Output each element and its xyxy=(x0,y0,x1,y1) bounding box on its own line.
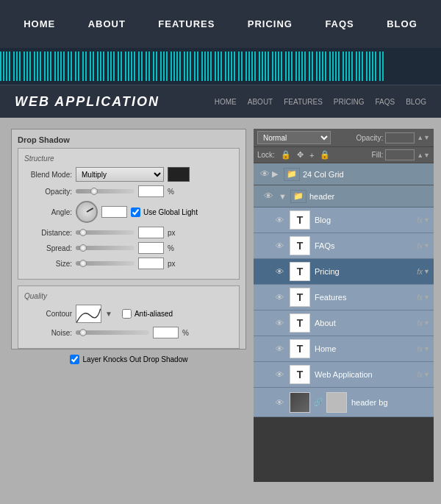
size-label: Size: xyxy=(24,260,72,268)
layer-item-features[interactable]: 👁 T Features fx ▼ xyxy=(254,285,434,310)
opacity-label-layers: Opacity: xyxy=(356,134,383,142)
distance-label: Distance: xyxy=(24,229,72,237)
header-nav-home[interactable]: HOME xyxy=(215,98,237,106)
nav-about[interactable]: ABOUT xyxy=(88,18,126,29)
size-slider[interactable] xyxy=(76,261,135,266)
angle-dial[interactable] xyxy=(76,201,98,223)
noise-slider[interactable] xyxy=(76,330,149,335)
global-light-label: Use Global Light xyxy=(143,208,198,216)
layers-blend-select[interactable]: Normal xyxy=(257,131,331,144)
global-light-checkbox[interactable] xyxy=(131,207,140,217)
layer-group-header[interactable]: 👁 ▼ 📁 header xyxy=(254,185,434,207)
distance-slider-thumb xyxy=(79,229,87,236)
eye-icon-faqs[interactable]: 👁 xyxy=(272,241,287,250)
blend-mode-select[interactable]: Multiply xyxy=(76,167,164,182)
chain-icon-headerbg: 🔗 xyxy=(313,397,323,407)
lock-label: Lock: xyxy=(257,151,275,159)
opacity-input[interactable]: 20 xyxy=(138,185,164,197)
decorative-stripes xyxy=(0,48,441,85)
distance-input[interactable]: 1 xyxy=(138,227,164,238)
header-nav-pricing[interactable]: PRICING xyxy=(334,98,365,106)
opacity-label: Opacity: xyxy=(24,188,72,196)
layer-item-pricing[interactable]: 👁 T Pricing fx ▼ xyxy=(254,259,434,285)
group-arrow-header[interactable]: ▼ xyxy=(279,192,290,201)
angle-input[interactable]: 120 xyxy=(101,206,127,218)
fx-text-about: fx xyxy=(417,319,423,327)
layers-lock-bar: Lock: 🔒 ✥ + 🔒 Fill: 100% ▲▼ xyxy=(254,147,434,163)
spread-slider[interactable] xyxy=(76,246,135,250)
t-icon-blog: T xyxy=(290,210,310,230)
fx-arrow-home: ▼ xyxy=(423,345,430,352)
layers-panel: Normal Opacity: 100% ▲▼ Lock: 🔒 ✥ + 🔒 Fi… xyxy=(254,129,434,482)
header-nav-about[interactable]: ABOUT xyxy=(248,98,273,106)
spread-unit: % xyxy=(168,244,174,252)
layer-item-blog[interactable]: 👁 T Blog fx ▼ xyxy=(254,207,434,233)
lock-move-icon[interactable]: ✥ xyxy=(297,150,304,160)
t-icon-pricing: T xyxy=(290,262,310,281)
noise-label: Noise: xyxy=(24,329,72,337)
eye-icon-pricing[interactable]: 👁 xyxy=(272,267,287,276)
opacity-arrow[interactable]: ▲▼ xyxy=(417,134,430,141)
contour-dropdown-arrow[interactable]: ▼ xyxy=(105,310,112,318)
fx-badge-about[interactable]: fx ▼ xyxy=(417,319,430,327)
eye-icon-24col[interactable]: 👁 xyxy=(257,168,272,180)
folder-icon-header: 📁 xyxy=(290,190,306,203)
color-swatch[interactable] xyxy=(168,167,190,182)
layer-name-header: header xyxy=(309,192,430,201)
fx-text-features: fx xyxy=(417,294,423,302)
layer-group-24col[interactable]: 👁 ▶ 📁 24 Col Grid xyxy=(254,163,434,185)
eye-icon-home[interactable]: 👁 xyxy=(272,344,287,353)
fx-badge-webapp[interactable]: fx ▼ xyxy=(417,371,430,379)
layer-item-headerbg[interactable]: 👁 🔗 header bg xyxy=(254,388,434,417)
eye-icon-headerbg[interactable]: 👁 xyxy=(272,398,287,407)
lock-all-icon[interactable]: + xyxy=(309,151,314,160)
header-nav-features[interactable]: FEATURES xyxy=(284,98,323,106)
lock-pixels-icon[interactable]: 🔒 xyxy=(281,150,291,160)
nav-features[interactable]: FEATURES xyxy=(158,18,215,29)
nav-home[interactable]: HOME xyxy=(24,18,55,29)
eye-icon-features[interactable]: 👁 xyxy=(272,293,287,302)
spread-label: Spread: xyxy=(24,244,72,252)
noise-slider-thumb xyxy=(79,329,87,336)
layers-opacity-control: Opacity: 100% ▲▼ xyxy=(356,132,430,143)
contour-preview[interactable] xyxy=(76,305,101,323)
eye-icon-webapp[interactable]: 👁 xyxy=(272,370,287,379)
eye-icon-blog[interactable]: 👁 xyxy=(272,216,287,224)
layer-item-about[interactable]: 👁 T About fx ▼ xyxy=(254,310,434,336)
fill-input[interactable]: 100% xyxy=(385,149,415,160)
header-nav-faqs[interactable]: FAQs xyxy=(376,98,395,106)
layer-item-faqs[interactable]: 👁 T FAQs fx ▼ xyxy=(254,233,434,259)
size-input[interactable]: 1 xyxy=(138,258,164,269)
distance-slider[interactable] xyxy=(76,230,135,235)
header-nav-blog[interactable]: BLOG xyxy=(406,98,426,106)
eye-icon-header[interactable]: 👁 xyxy=(261,191,276,202)
anti-aliased-checkbox[interactable] xyxy=(122,309,132,319)
fx-text-home: fx xyxy=(417,345,423,353)
fill-arrow[interactable]: ▲▼ xyxy=(417,152,430,159)
quality-section: Quality Contour ▼ Anti-aliased Noise: xyxy=(18,285,240,349)
size-row: Size: 1 px xyxy=(24,258,233,269)
noise-input[interactable]: 0 xyxy=(153,327,179,338)
layer-name-home: Home xyxy=(315,344,417,353)
nav-pricing[interactable]: PRICING xyxy=(248,18,293,29)
anti-aliased-label: Anti-aliased xyxy=(122,309,173,319)
layer-knocks-checkbox[interactable] xyxy=(70,355,79,364)
fx-badge-home[interactable]: fx ▼ xyxy=(417,345,430,353)
lock-transparency-icon[interactable]: 🔒 xyxy=(320,150,330,160)
eye-icon-about[interactable]: 👁 xyxy=(272,319,287,327)
layers-opacity-input[interactable]: 100% xyxy=(385,132,415,143)
fx-badge-faqs[interactable]: fx ▼ xyxy=(417,242,430,250)
fx-badge-pricing[interactable]: fx ▼ xyxy=(417,268,430,276)
fx-badge-blog[interactable]: fx ▼ xyxy=(417,216,430,224)
fx-badge-features[interactable]: fx ▼ xyxy=(417,294,430,302)
layer-name-about: About xyxy=(315,319,417,327)
opacity-slider[interactable] xyxy=(76,189,135,194)
spread-input[interactable]: 0 xyxy=(138,242,164,254)
anti-aliased-text: Anti-aliased xyxy=(135,310,173,318)
nav-faqs[interactable]: FAQs xyxy=(325,18,354,29)
t-icon-home: T xyxy=(290,339,310,358)
nav-blog[interactable]: BLOG xyxy=(387,18,417,29)
layer-item-webapp[interactable]: 👁 T Web Application fx ▼ xyxy=(254,362,434,388)
group-arrow-24col[interactable]: ▶ xyxy=(272,169,284,179)
layer-item-home[interactable]: 👁 T Home fx ▼ xyxy=(254,336,434,362)
